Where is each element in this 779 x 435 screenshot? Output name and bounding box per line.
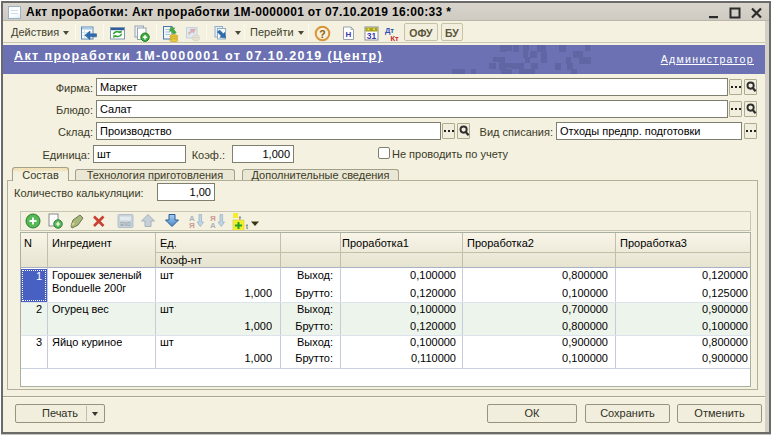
svg-text:Н: Н — [346, 30, 352, 39]
svg-text:t: t — [246, 223, 248, 230]
svg-text:?: ? — [319, 28, 325, 40]
svg-text:Кт: Кт — [391, 34, 400, 43]
svg-text:END: END — [120, 221, 131, 227]
svg-text:А: А — [210, 221, 216, 230]
svg-text:Я: Я — [189, 221, 195, 230]
svg-text:31: 31 — [367, 31, 377, 41]
